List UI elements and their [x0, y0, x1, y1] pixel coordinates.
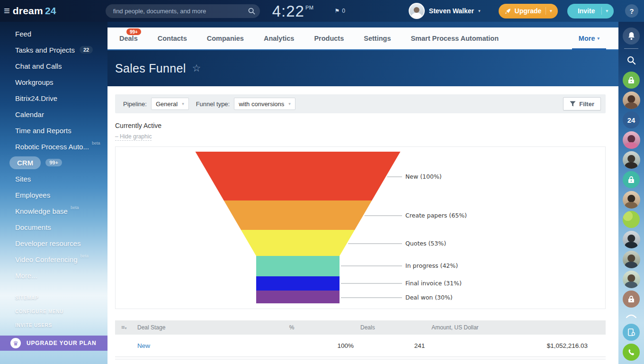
main-area: Deals99+ Contacts Companies Analytics Pr… — [107, 22, 618, 364]
lock-icon-brown[interactable] — [623, 291, 640, 308]
tab-label: Smart Process Automation — [411, 35, 499, 42]
funnel-stage[interactable] — [241, 230, 355, 256]
sidebar-item-label: CRM — [9, 156, 41, 169]
sidebar-item-label: Developer resources — [15, 239, 80, 247]
funnel-type-label: Funnel type: — [196, 100, 230, 108]
rail-avatar[interactable] — [623, 131, 640, 149]
column-header-amount[interactable]: Amount, US Dollar — [431, 324, 606, 331]
cell-amount: $1,052,216.03 — [431, 342, 606, 349]
stage-link[interactable]: New — [137, 342, 150, 349]
tab-more[interactable]: More▾ — [579, 27, 599, 49]
help-button[interactable]: ? — [625, 4, 638, 18]
collapse-chevron-icon[interactable] — [626, 311, 636, 320]
limes-avatar[interactable] — [623, 211, 640, 228]
upgrade-button[interactable]: Upgrade ▾ — [499, 4, 558, 18]
lock-icon-green[interactable] — [623, 72, 640, 89]
sidebar-item-crm[interactable]: CRM99+ — [0, 155, 107, 171]
rail-avatar[interactable] — [623, 231, 640, 248]
tab-products[interactable]: Products — [304, 27, 354, 49]
funnel-stage[interactable] — [256, 291, 340, 303]
beta-tag: beta — [92, 141, 100, 146]
tab-smart-process-automation[interactable]: Smart Process Automation — [401, 27, 509, 49]
configure-menu-link[interactable]: CONFIGURE MENU — [0, 305, 107, 318]
sidebar-item-developer-resources[interactable]: Developer resources — [0, 235, 107, 251]
sales-funnel-chart: New (100%)Create papers (65%)Quotes (53%… — [115, 146, 606, 309]
sidebar-item-knowledge-base[interactable]: Knowledge basebeta — [0, 203, 107, 219]
filter-button[interactable]: Filter — [563, 97, 601, 110]
lock-icon-teal[interactable] — [623, 171, 640, 188]
logo-number: 24 — [45, 5, 56, 16]
app-logo[interactable]: dream24 — [13, 5, 56, 17]
search-input[interactable] — [113, 8, 248, 15]
column-header-deal-stage[interactable]: Deal Stage — [115, 324, 289, 331]
funnel-stage[interactable] — [256, 276, 340, 291]
user-avatar[interactable] — [409, 3, 425, 19]
sitemap-link[interactable]: SITEMAP — [0, 291, 107, 305]
favorite-star-icon[interactable]: ☆ — [192, 63, 201, 74]
column-header-deals[interactable]: Deals — [360, 324, 431, 331]
funnel-stage-label: Create papers (65%) — [405, 212, 467, 219]
funnel-stage[interactable] — [256, 256, 340, 276]
count-badge: 99+ — [126, 28, 141, 35]
tab-settings[interactable]: Settings — [354, 27, 401, 49]
rail-avatar[interactable] — [623, 191, 640, 209]
funnel-type-select[interactable]: with conversions ▾ — [234, 98, 295, 110]
hide-graphic-link[interactable]: – Hide graphic — [115, 133, 152, 141]
phone-icon[interactable] — [623, 344, 640, 361]
table-settings-icon[interactable]: ≡▾ — [121, 324, 127, 331]
sidebar-item-sites[interactable]: Sites — [0, 171, 107, 187]
deal-stage-table: ≡▾ Deal Stage % Deals Amount, US Dollar … — [115, 320, 606, 360]
global-search[interactable] — [106, 4, 260, 18]
sidebar-item-calendar[interactable]: Calendar — [0, 106, 107, 122]
funnel-stage[interactable] — [196, 152, 401, 200]
sidebar-item-chat[interactable]: Chat and Calls — [0, 58, 107, 74]
sidebar-item-more[interactable]: More... — [0, 267, 107, 283]
sidebar-item-feed[interactable]: Feed — [0, 26, 107, 42]
sidebar-item-video-conferencing[interactable]: Video Conferencingbeta — [0, 251, 107, 267]
bitrix24-icon[interactable]: 24 — [623, 111, 640, 128]
sidebar-item-workgroups[interactable]: Workgroups — [0, 74, 107, 90]
sidebar-item-label: Chat and Calls — [15, 62, 62, 70]
sidebar-item-employees[interactable]: Employees — [0, 187, 107, 203]
rail-avatar[interactable] — [623, 271, 640, 288]
tab-companies[interactable]: Companies — [197, 27, 254, 49]
sidebar-item-label: Video Conferencing — [15, 255, 77, 264]
desktop-app-icon[interactable] — [623, 324, 640, 341]
sidebar-item-drive[interactable]: Bitrix24.Drive — [0, 90, 107, 106]
chevron-down-icon[interactable]: ▾ — [546, 7, 552, 15]
rail-avatar[interactable] — [623, 151, 640, 169]
hamburger-menu-icon[interactable]: ≡ — [4, 6, 10, 16]
user-name: Steven Walker — [429, 7, 474, 15]
sidebar-item-label: Documents — [15, 223, 51, 231]
sidebar-item-tasks[interactable]: Tasks and Projects22 — [0, 42, 107, 58]
clock[interactable]: 4:22 PM — [272, 3, 314, 19]
bell-icon[interactable] — [623, 27, 640, 45]
user-menu[interactable]: Steven Walker ▾ — [409, 3, 481, 19]
flag-icon: ⚑ — [334, 8, 340, 14]
column-header-percent[interactable]: % — [289, 324, 360, 331]
sidebar-menu: Feed Tasks and Projects22 Chat and Calls… — [0, 22, 107, 283]
tab-analytics[interactable]: Analytics — [254, 27, 304, 49]
tab-deals[interactable]: Deals99+ — [109, 27, 148, 49]
search-icon[interactable] — [248, 8, 255, 15]
rail-avatar[interactable] — [623, 251, 640, 268]
invite-button[interactable]: Invite ▾ — [567, 4, 614, 18]
sidebar-item-rpa[interactable]: Robotic Process Auto...beta — [0, 138, 107, 155]
notifications-flag[interactable]: ⚑ 0 — [334, 8, 345, 14]
invite-users-link[interactable]: INVITE USERS — [0, 318, 107, 332]
hide-graphic-label: Hide graphic — [120, 133, 152, 140]
next-table-row-partial — [115, 357, 606, 360]
table-header-row: ≡▾ Deal Stage % Deals Amount, US Dollar — [115, 320, 606, 335]
funnel-stage[interactable] — [224, 200, 372, 230]
tab-contacts[interactable]: Contacts — [148, 27, 197, 49]
upgrade-plan-bar[interactable]: ♛ UPGRADE YOUR PLAN — [0, 336, 107, 351]
sidebar-item-time-reports[interactable]: Time and Reports — [0, 122, 107, 138]
rail-search-icon[interactable] — [623, 52, 640, 69]
chevron-down-icon[interactable]: ▾ — [601, 7, 608, 15]
tab-label: Products — [314, 35, 344, 42]
pipeline-select[interactable]: General ▾ — [151, 98, 189, 110]
sidebar-item-documents[interactable]: Documents — [0, 219, 107, 235]
sidebar-item-label: Calendar — [15, 110, 44, 118]
sidebar-item-label: Employees — [15, 191, 50, 199]
rail-avatar[interactable] — [623, 91, 640, 109]
